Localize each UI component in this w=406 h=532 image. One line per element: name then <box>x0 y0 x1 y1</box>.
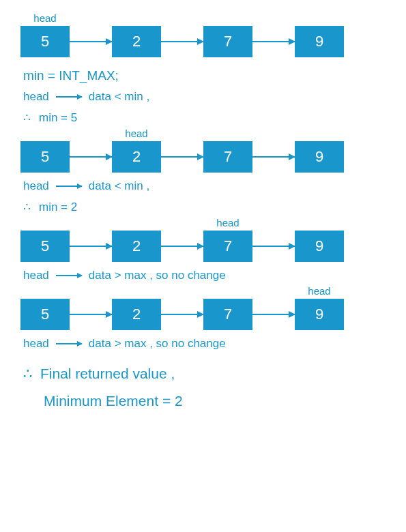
list-node: 9 <box>295 26 344 57</box>
head-label: head <box>308 285 330 297</box>
arrow-icon <box>161 41 203 42</box>
node-value: 7 <box>224 306 232 323</box>
list-node: 7 <box>203 141 252 173</box>
node-value: 7 <box>224 237 232 255</box>
node-value: 9 <box>315 306 323 323</box>
therefore-symbol: ∴ <box>23 366 32 382</box>
linked-list-step-2: 5 2 head 7 9 <box>20 231 386 262</box>
text: head <box>23 179 49 193</box>
node-value: 5 <box>41 237 49 255</box>
arrow-icon <box>252 314 295 315</box>
list-row: 5 head 2 7 9 <box>20 141 386 173</box>
linked-list-step-0: head 5 2 7 9 <box>20 26 386 57</box>
arrow-icon <box>252 41 295 42</box>
condition-line: head data > max , so no change <box>23 269 386 282</box>
text: data > max , so no change <box>89 269 226 282</box>
arrow-icon <box>70 156 112 158</box>
text: head <box>23 269 49 282</box>
text: data < min , <box>89 179 149 193</box>
linked-list-step-1: 5 head 2 7 9 <box>20 141 386 173</box>
arrow-icon <box>70 41 112 42</box>
node-value: 7 <box>224 148 232 166</box>
text: min = INT_MAX; <box>23 68 119 83</box>
node-value: 9 <box>315 33 323 50</box>
condition-line: head data < min , <box>23 179 386 193</box>
linked-list-step-3: 5 2 7 head 9 <box>20 299 386 330</box>
node-value: 2 <box>132 237 141 255</box>
arrow-icon <box>56 96 82 98</box>
text: min = 2 <box>39 201 77 214</box>
arrow-icon <box>56 343 82 344</box>
arrow-icon <box>161 156 203 158</box>
list-node: head 5 <box>20 26 70 57</box>
arrow-icon <box>70 314 112 315</box>
arrow-icon <box>161 246 203 247</box>
list-row: 5 2 head 7 9 <box>20 231 386 262</box>
list-node: head 7 <box>203 231 252 262</box>
init-statement: min = INT_MAX; <box>23 68 386 83</box>
arrow-icon <box>252 246 295 247</box>
head-label: head <box>33 12 56 24</box>
node-value: 2 <box>132 33 141 50</box>
node-value: 5 <box>41 306 49 323</box>
result-line: ∴ min = 5 <box>23 110 386 125</box>
list-node: head 2 <box>112 141 161 173</box>
text: Minimum Element = 2 <box>44 393 183 409</box>
node-value: 2 <box>132 148 141 166</box>
therefore-symbol: ∴ <box>23 200 31 214</box>
list-node: 5 <box>20 231 70 262</box>
node-value: 9 <box>315 148 323 166</box>
arrow-icon <box>161 314 203 315</box>
node-value: 5 <box>41 148 49 166</box>
text: head <box>23 90 49 104</box>
list-node: head 9 <box>295 299 344 330</box>
final-line-1: ∴ Final returned value , <box>23 366 386 382</box>
text: Final returned value , <box>40 366 175 382</box>
node-value: 5 <box>41 33 49 50</box>
final-line-2: Minimum Element = 2 <box>44 393 386 409</box>
condition-line: head data < min , <box>23 90 386 104</box>
list-node: 7 <box>203 299 252 330</box>
therefore-symbol: ∴ <box>23 110 31 125</box>
list-node: 2 <box>112 299 161 330</box>
result-line: ∴ min = 2 <box>23 200 386 214</box>
arrow-icon <box>70 246 112 247</box>
node-value: 2 <box>132 306 141 323</box>
list-row: head 5 2 7 9 <box>20 26 386 57</box>
text: min = 5 <box>39 111 77 125</box>
head-label: head <box>125 128 147 139</box>
arrow-icon <box>252 156 295 158</box>
arrow-icon <box>56 275 82 276</box>
list-node: 7 <box>203 26 252 57</box>
condition-line: head data > max , so no change <box>23 337 386 351</box>
list-node: 5 <box>20 141 70 173</box>
text: data > max , so no change <box>89 337 226 351</box>
text: head <box>23 337 49 351</box>
list-node: 5 <box>20 299 70 330</box>
arrow-icon <box>56 186 82 187</box>
list-node: 9 <box>295 231 344 262</box>
text: data < min , <box>89 90 149 104</box>
list-row: 5 2 7 head 9 <box>20 299 386 330</box>
list-node: 9 <box>295 141 344 173</box>
node-value: 7 <box>224 33 232 50</box>
list-node: 2 <box>112 231 161 262</box>
head-label: head <box>216 217 239 228</box>
node-value: 9 <box>315 237 323 255</box>
list-node: 2 <box>112 26 161 57</box>
